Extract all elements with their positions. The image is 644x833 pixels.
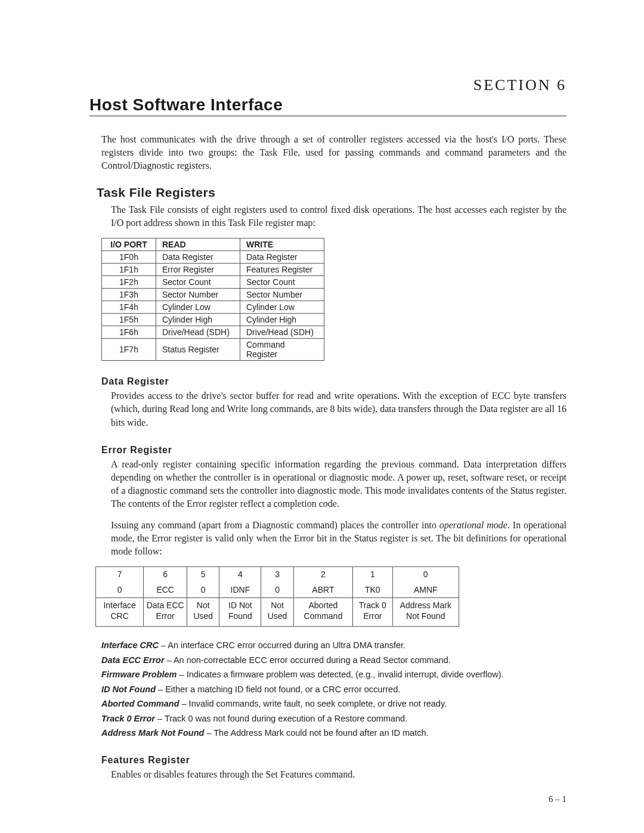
bit-num: 4 — [219, 567, 261, 583]
definition-item: Firmware Problem – Indicates a firmware … — [101, 668, 566, 681]
bit-code: 0 — [187, 583, 219, 598]
bit-code: IDNF — [219, 583, 261, 598]
cell-read: Cylinder Low — [156, 301, 240, 314]
def-term: ID Not Found — [101, 685, 156, 694]
cell-write: Cylinder High — [240, 314, 324, 326]
features-register-paragraph: Enables or disables features through the… — [111, 768, 566, 781]
bit-desc: Aborted Command — [293, 598, 353, 627]
bit-num: 0 — [392, 567, 459, 583]
def-text: – An non-correctable ECC error occurred … — [165, 655, 451, 665]
data-register-paragraph: Provides access to the drive's sector bu… — [111, 389, 566, 429]
def-term: Address Mark Not Found — [101, 728, 204, 738]
bit-code: 0 — [261, 583, 293, 598]
def-term: Firmware Problem — [101, 670, 177, 679]
error-bit-table: 7 6 5 4 3 2 1 0 0 ECC 0 IDNF 0 ABRT TK0 … — [95, 566, 459, 627]
def-text: – Indicates a firmware problem was detec… — [177, 670, 504, 679]
cell-port: 1F7h — [102, 339, 156, 361]
def-text: – An interface CRC error occurred during… — [159, 640, 405, 650]
bit-code-row: 0 ECC 0 IDNF 0 ABRT TK0 AMNF — [96, 583, 459, 598]
error-register-paragraph-1: A read-only register containing specific… — [111, 458, 566, 510]
cell-write: Cylinder Low — [240, 301, 324, 314]
bit-code: AMNF — [392, 583, 459, 598]
data-register-heading: Data Register — [101, 376, 566, 387]
bit-num: 2 — [293, 567, 353, 583]
bit-number-row: 7 6 5 4 3 2 1 0 — [96, 567, 459, 583]
operational-mode-em: operational mode — [439, 520, 507, 530]
bit-num: 1 — [353, 567, 392, 583]
title-rule — [89, 116, 566, 116]
bit-num: 6 — [144, 567, 187, 583]
page: SECTION 6 Host Software Interface The ho… — [0, 0, 644, 833]
cell-port: 1F1h — [102, 264, 156, 276]
cell-read: Data Register — [156, 251, 240, 264]
table-row: 1F3hSector NumberSector Number — [102, 289, 324, 301]
cell-port: 1F2h — [102, 276, 156, 289]
bit-desc: Track 0 Error — [353, 598, 392, 627]
page-title: Host Software Interface — [89, 95, 566, 114]
cell-read: Error Register — [156, 264, 240, 276]
bit-desc: Data ECC Error — [144, 598, 187, 627]
error-register-heading: Error Register — [101, 445, 566, 456]
bit-desc: Address Mark Not Found — [392, 598, 459, 627]
table-header-row: I/O PORT READ WRITE — [102, 239, 324, 251]
bit-desc: ID Not Found — [219, 598, 261, 627]
definition-item: ID Not Found – Either a matching ID fiel… — [101, 683, 566, 696]
cell-write: Features Register — [240, 264, 324, 276]
bit-desc: Interface CRC — [96, 598, 144, 627]
col-header-read: READ — [156, 239, 240, 251]
table-row: 1F4hCylinder LowCylinder Low — [102, 301, 324, 314]
bit-num: 5 — [187, 567, 219, 583]
task-file-heading: Task File Registers — [97, 185, 566, 200]
text: Issuing any command (apart from a Diagno… — [111, 520, 439, 530]
bit-desc-row: Interface CRC Data ECC Error Not Used ID… — [96, 598, 459, 627]
features-register-heading: Features Register — [101, 755, 566, 766]
cell-write: Data Register — [240, 251, 324, 264]
error-definitions: Interface CRC – An interface CRC error o… — [101, 639, 566, 739]
bit-code: ABRT — [293, 583, 353, 598]
bit-desc: Not Used — [261, 598, 293, 627]
cell-read: Cylinder High — [156, 314, 240, 326]
def-text: – Track 0 was not found during execution… — [155, 714, 407, 723]
col-header-port: I/O PORT — [102, 239, 156, 251]
cell-write: Sector Count — [240, 276, 324, 289]
cell-write: Sector Number — [240, 289, 324, 301]
table-row: 1F2hSector CountSector Count — [102, 276, 324, 289]
cell-port: 1F6h — [102, 326, 156, 339]
col-header-write: WRITE — [240, 239, 324, 251]
cell-write: Command Register — [240, 339, 324, 361]
error-register-paragraph-2: Issuing any command (apart from a Diagno… — [111, 519, 566, 558]
table-row: 1F7hStatus RegisterCommand Register — [102, 339, 324, 361]
bit-code: TK0 — [353, 583, 392, 598]
definition-item: Interface CRC – An interface CRC error o… — [101, 639, 566, 652]
definition-item: Address Mark Not Found – The Address Mar… — [101, 726, 566, 739]
page-number: 6 – 1 — [549, 794, 566, 804]
def-text: – Invalid commands, write fault, no seek… — [179, 699, 447, 708]
cell-read: Sector Number — [156, 289, 240, 301]
cell-write: Drive/Head (SDH) — [240, 326, 324, 339]
def-text: – The Address Mark could not be found af… — [204, 728, 428, 738]
body: The host communicates with the drive thr… — [101, 133, 566, 782]
table-row: 1F1hError RegisterFeatures Register — [102, 264, 324, 276]
def-text: – Either a matching ID field not found, … — [156, 685, 400, 694]
bit-num: 3 — [261, 567, 293, 583]
bit-desc: Not Used — [187, 598, 219, 627]
bit-code: 0 — [96, 583, 144, 598]
def-term: Interface CRC — [101, 640, 159, 650]
cell-port: 1F0h — [102, 251, 156, 264]
task-file-table: I/O PORT READ WRITE 1F0hData RegisterDat… — [101, 238, 324, 361]
bit-num: 7 — [96, 567, 144, 583]
definition-item: Aborted Command – Invalid commands, writ… — [101, 697, 566, 710]
table-row: 1F6hDrive/Head (SDH)Drive/Head (SDH) — [102, 326, 324, 339]
cell-port: 1F3h — [102, 289, 156, 301]
definition-item: Track 0 Error – Track 0 was not found du… — [101, 712, 566, 725]
cell-port: 1F4h — [102, 301, 156, 314]
cell-port: 1F5h — [102, 314, 156, 326]
cell-read: Status Register — [156, 339, 240, 361]
def-term: Aborted Command — [101, 699, 179, 708]
cell-read: Drive/Head (SDH) — [156, 326, 240, 339]
definition-item: Data ECC Error – An non-correctable ECC … — [101, 654, 566, 667]
intro-paragraph: The host communicates with the drive thr… — [101, 133, 566, 172]
section-label: SECTION 6 — [473, 76, 566, 94]
cell-read: Sector Count — [156, 276, 240, 289]
def-term: Data ECC Error — [101, 655, 165, 665]
